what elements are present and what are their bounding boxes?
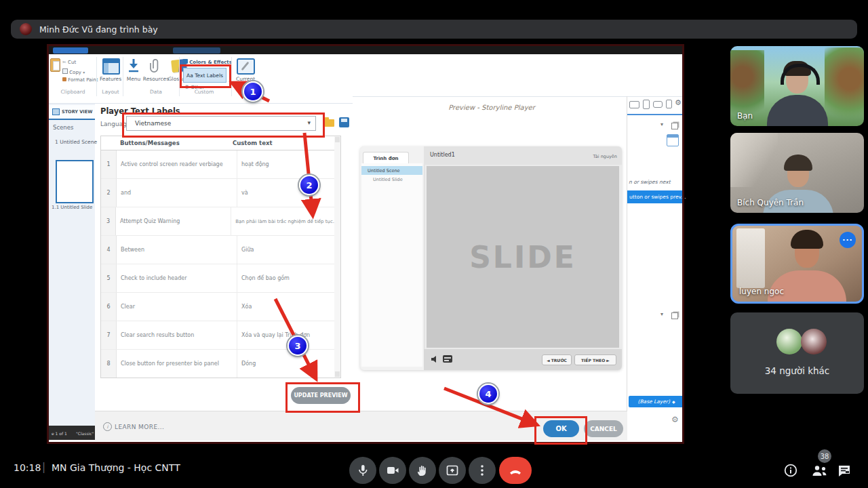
presenter-avatar [20, 23, 32, 35]
player-slide-item[interactable]: Untitled Slide [361, 176, 422, 184]
collapse-caret-icon[interactable]: ▾ [660, 121, 663, 127]
row-custom-text[interactable]: Chọn để bao gồm [237, 264, 334, 292]
preview-top-divider [353, 96, 684, 97]
paste-icon[interactable] [50, 58, 60, 72]
scroll-down-button[interactable] [335, 371, 340, 377]
row-label: Clear [117, 293, 237, 321]
captions-lines [444, 360, 449, 361]
device-desktop-icon[interactable] [629, 101, 639, 108]
ok-button[interactable]: OK [543, 420, 579, 437]
layout-group-label: Layout [96, 89, 125, 95]
features-label: Features [96, 76, 125, 82]
row-custom-text[interactable]: Giữa [237, 236, 334, 264]
open-folder-icon[interactable] [324, 119, 334, 127]
table-row[interactable]: 6 Clear Xóa [101, 293, 334, 321]
clipboard-group-label: Clipboard [54, 89, 92, 95]
clock-divider: | [42, 461, 45, 473]
copy-button[interactable]: Copy ▾ [62, 68, 85, 75]
app-status-bar: e 1 of 1 "Classic" [49, 426, 96, 440]
row-custom-text[interactable]: hoạt động [237, 150, 334, 178]
row-custom-text[interactable]: Xóa và quay lại Trình đơn [237, 321, 334, 349]
trigger-next-hint: n or swipes next [629, 179, 671, 185]
ribbon-separator [231, 57, 232, 96]
scissors-icon: ✂ [62, 60, 66, 65]
camera-button[interactable] [379, 457, 406, 484]
panel-card-icon[interactable] [667, 134, 679, 146]
row-custom-text[interactable]: Bạn phải làm bài trắc nghiệm để tiếp tục… [231, 207, 334, 235]
prev-button[interactable]: ◄ TRƯỚC [542, 354, 572, 365]
paperclip-icon [149, 58, 161, 73]
slide-list-item[interactable]: 1.1 Untitled Slide [52, 205, 92, 210]
storyline-tab-chip[interactable] [173, 47, 220, 54]
format-painter-button[interactable]: Format Paint [62, 77, 98, 83]
device-tablet-landscape-icon[interactable] [653, 101, 663, 108]
row-custom-text[interactable]: và [237, 179, 334, 207]
scene-list-item[interactable]: 1 Untitled Scene [55, 139, 97, 145]
copy-icon [62, 68, 68, 74]
resources-button[interactable] [149, 58, 161, 73]
present-button[interactable] [439, 457, 466, 484]
table-row[interactable]: 5 Check to include header Chọn để bao gồ… [101, 264, 334, 293]
cut-button[interactable]: ✂ Cut [62, 60, 76, 65]
captions-icon[interactable] [443, 355, 452, 363]
mic-button[interactable] [349, 457, 376, 484]
slide-watermark: SLIDE [469, 240, 576, 274]
storyline-active-tab[interactable] [53, 47, 88, 54]
player-sidebar: Trình đơn Untitled Scene Untitled Slide [360, 146, 425, 370]
duplicate-icon[interactable] [671, 123, 678, 129]
brush-icon [62, 77, 66, 81]
story-view-tab[interactable]: STORY VIEW [49, 105, 95, 119]
end-call-button[interactable] [499, 457, 532, 484]
trigger-prev-selected[interactable]: utton or swipes prev... [627, 190, 684, 203]
volume-icon[interactable] [431, 355, 439, 363]
scroll-up-button[interactable] [335, 137, 340, 142]
resources-link[interactable]: Tài nguyên [593, 154, 617, 159]
player-preview-frame: Trình đơn Untitled Scene Untitled Slide … [360, 146, 622, 370]
player-menu-tab[interactable]: Trình đơn [363, 152, 409, 164]
update-preview-button[interactable]: UPDATE PREVIEW [291, 387, 351, 404]
row-label: Between [117, 236, 237, 264]
settings-gear-icon[interactable]: ⚙ [675, 98, 682, 107]
table-scrollbar[interactable] [334, 136, 341, 378]
participant-tile-speaking[interactable]: ··· luyen ngoc [730, 224, 864, 304]
base-layer-button[interactable]: (Base Layer) ◆ [629, 396, 684, 407]
row-number: 7 [101, 321, 117, 349]
language-select[interactable]: Vietnamese ▾ [126, 116, 316, 131]
panel-gear-icon[interactable]: ⚙ [671, 415, 679, 424]
row-label: Clear search results button [117, 321, 237, 349]
features-button[interactable] [102, 58, 120, 75]
table-row[interactable]: 4 Between Giữa [101, 236, 334, 264]
row-number: 4 [101, 236, 117, 264]
next-button[interactable]: TIẾP THEO ► [574, 354, 616, 365]
participants-overflow-tile[interactable]: 34 người khác [730, 312, 864, 394]
current-player-button[interactable] [237, 58, 255, 75]
status-slide-count: e 1 of 1 [52, 431, 67, 436]
player-scene-item[interactable]: Untitled Scene [361, 166, 422, 175]
tile-menu-button[interactable]: ··· [840, 232, 856, 248]
meeting-details-button[interactable] [783, 463, 798, 481]
collapse-caret-icon[interactable]: ▾ [660, 311, 663, 317]
participants-button[interactable] [811, 464, 829, 481]
colors-effects-button[interactable]: Colors & Effects [183, 59, 232, 65]
save-icon[interactable] [339, 117, 349, 127]
learn-more-link[interactable]: i LEARN MORE... [103, 422, 164, 431]
row-custom-text[interactable]: Đóng [237, 350, 334, 378]
table-row[interactable]: 3 Attempt Quiz Warning Bạn phải làm bài … [101, 207, 334, 236]
menu-button[interactable] [127, 58, 140, 73]
device-tablet-portrait-icon[interactable] [643, 100, 650, 109]
table-row[interactable]: 1 Active control screen reader verbiage … [101, 150, 334, 179]
device-phone-icon[interactable] [666, 100, 672, 108]
cancel-button[interactable]: CANCEL [584, 420, 623, 437]
row-custom-text[interactable]: Xóa [237, 293, 334, 321]
info-circle-icon: i [103, 422, 112, 431]
base-layer-diamond-icon: ◆ [672, 399, 675, 404]
player-controls-bar: ◄ TRƯỚC TIẾP THEO ► [424, 349, 622, 370]
raise-hand-button[interactable] [409, 457, 436, 484]
duplicate-icon[interactable] [671, 312, 678, 319]
more-options-button[interactable] [469, 457, 496, 484]
chat-button[interactable] [837, 464, 852, 481]
slide-thumbnail[interactable] [56, 160, 94, 203]
text-labels-button[interactable]: Aa Text Labels [183, 68, 226, 83]
participant-tile[interactable]: Bích Quyên Trần [730, 133, 864, 213]
participant-tile-self[interactable]: Bạn [730, 46, 864, 126]
